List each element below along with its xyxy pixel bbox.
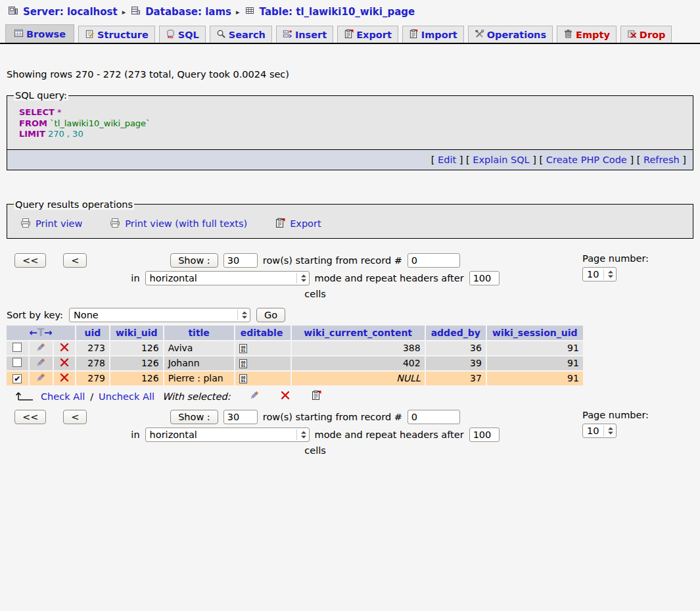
table-row: ✔ 279 126 Pierre : plan 0001 NULL 37 91 — [7, 372, 583, 385]
edit-pencil-icon[interactable] — [35, 342, 46, 354]
first-page-button[interactable]: << — [14, 253, 46, 268]
tab-browse[interactable]: Browse — [5, 24, 74, 43]
tab-label: Insert — [295, 30, 327, 40]
previous-page-button[interactable]: < — [63, 253, 87, 268]
repeat-headers-input[interactable] — [469, 271, 500, 285]
breadcrumb-database-link[interactable]: Database: lams — [145, 6, 231, 18]
cell-wiki-uid: 126 — [110, 356, 163, 370]
check-all-link[interactable]: Check All — [41, 391, 85, 402]
tab-insert[interactable]: Insert — [276, 26, 333, 43]
show-button[interactable]: Show : — [170, 253, 218, 268]
show-button[interactable]: Show : — [170, 410, 218, 424]
tab-search[interactable]: Search — [210, 26, 272, 43]
export-selected-icon[interactable] — [311, 390, 321, 403]
column-header-title[interactable]: title — [164, 326, 234, 340]
uncheck-all-link[interactable]: Uncheck All — [99, 391, 154, 402]
repeat-headers-input[interactable] — [469, 428, 500, 442]
tab-label: Drop — [640, 30, 666, 40]
delete-x-icon[interactable] — [60, 373, 69, 384]
refresh-link[interactable]: Refresh — [643, 155, 680, 165]
edit-sql-link[interactable]: Edit — [438, 155, 456, 165]
rows-suffix-label: row(s) starting from record # — [263, 255, 402, 266]
cell-added-by: 39 — [426, 356, 486, 370]
sql-query-fieldset: SQL query: SELECT * FROM `tl_lawiki10_wi… — [7, 90, 693, 150]
cells-label: cells — [304, 289, 326, 299]
row-checkbox[interactable]: ✔ — [12, 374, 22, 383]
rows-count-input[interactable] — [223, 253, 258, 268]
column-header-editable[interactable]: editable — [235, 326, 291, 340]
column-header-uid[interactable]: uid — [76, 326, 109, 340]
breadcrumb-separator-icon: ▸ — [122, 8, 126, 16]
sort-go-button[interactable]: Go — [256, 308, 285, 322]
print-view-full-link[interactable]: Print view (with full texts) — [110, 218, 247, 230]
column-header-wiki-uid[interactable]: wiki_uid — [110, 326, 163, 340]
sql-code: SELECT * FROM `tl_lawiki10_wiki_page` LI… — [19, 107, 686, 140]
cells-label: cells — [304, 445, 326, 456]
page-number-label: Page number: — [582, 253, 649, 264]
delete-x-icon[interactable] — [60, 343, 69, 354]
table-row: 273 126 Aviva 0001 388 36 91 — [7, 341, 583, 355]
sort-by-key-row: Sort by key: None Go — [7, 308, 700, 322]
bracket: ] — [682, 155, 686, 165]
edit-selected-pencil-icon[interactable] — [249, 390, 260, 403]
structure-icon — [85, 29, 95, 41]
row-checkbox[interactable] — [12, 343, 22, 352]
previous-page-button[interactable]: < — [63, 410, 87, 424]
start-record-input[interactable] — [408, 253, 460, 268]
delete-x-icon[interactable] — [60, 358, 69, 369]
sql-icon: SQL — [166, 29, 175, 41]
column-header-wiki-current-content[interactable]: wiki_current_content — [292, 326, 425, 340]
search-icon — [216, 29, 226, 41]
cell-added-by: 37 — [426, 372, 486, 385]
tab-structure[interactable]: Structure — [78, 26, 155, 43]
column-move-header[interactable]: ←T→ — [7, 326, 75, 340]
display-mode-select[interactable]: horizontal — [145, 428, 310, 442]
cell-wiki-session-uid: 91 — [487, 372, 583, 385]
in-label: in — [131, 429, 139, 440]
display-mode-select[interactable]: horizontal — [145, 271, 310, 285]
tab-export[interactable]: Export — [337, 26, 398, 43]
insert-icon — [283, 29, 292, 41]
rows-count-input[interactable] — [223, 410, 258, 424]
sort-key-select[interactable]: None — [69, 308, 250, 322]
tab-operations[interactable]: Operations — [468, 26, 553, 43]
start-record-input[interactable] — [408, 410, 460, 424]
page-number-select[interactable]: 10 — [582, 267, 617, 281]
column-header-wiki-session-uid[interactable]: wiki_session_uid — [487, 326, 583, 340]
top-pagination-bar: << < Show : row(s) starting from record … — [0, 253, 700, 299]
breadcrumb-table-link[interactable]: Table: tl_lawiki10_wiki_page — [260, 6, 415, 18]
tab-label: Search — [229, 30, 266, 40]
delete-selected-x-icon[interactable] — [281, 391, 290, 402]
selection-bar: Check All / Uncheck All With selected: — [13, 390, 700, 403]
bottom-pagination-bar: << < Show : row(s) starting from record … — [0, 410, 700, 456]
print-view-link[interactable]: Print view — [20, 218, 82, 230]
row-checkbox[interactable] — [12, 358, 22, 367]
tab-sql[interactable]: SQL SQL — [159, 26, 206, 43]
page-number-select[interactable]: 10 — [582, 424, 617, 438]
rows-suffix-label: row(s) starting from record # — [263, 412, 402, 422]
create-php-code-link[interactable]: Create PHP Code — [546, 155, 627, 165]
first-page-button[interactable]: << — [14, 410, 46, 424]
edit-pencil-icon[interactable] — [35, 357, 46, 370]
export-link[interactable]: Export — [275, 218, 321, 230]
server-icon — [8, 5, 18, 18]
svg-text:01: 01 — [241, 379, 245, 383]
edit-pencil-icon[interactable] — [35, 372, 46, 385]
tab-drop[interactable]: Drop — [620, 26, 672, 43]
results-header-row: ←T→ uid wiki_uid title editable wiki_cur… — [7, 326, 583, 340]
cell-uid: 278 — [76, 356, 109, 370]
breadcrumb-server-link[interactable]: Server: localhost — [23, 6, 118, 18]
print-view-label: Print view — [35, 218, 82, 229]
column-header-added-by[interactable]: added_by — [426, 326, 486, 340]
explain-sql-link[interactable]: Explain SQL — [473, 155, 529, 165]
cell-wiki-current-content: 388 — [292, 341, 425, 355]
status-line: Showing rows 270 - 272 (273 total, Query… — [7, 69, 700, 80]
blob-icon: 0001 — [239, 374, 247, 384]
export-icon — [275, 218, 285, 230]
tab-import[interactable]: Import — [402, 26, 464, 43]
bracket: ] — [630, 155, 634, 165]
bracket: [ — [431, 155, 435, 165]
tab-empty[interactable]: Empty — [557, 26, 617, 43]
cell-wiki-uid: 126 — [110, 341, 163, 355]
blob-icon: 0001 — [239, 343, 247, 354]
